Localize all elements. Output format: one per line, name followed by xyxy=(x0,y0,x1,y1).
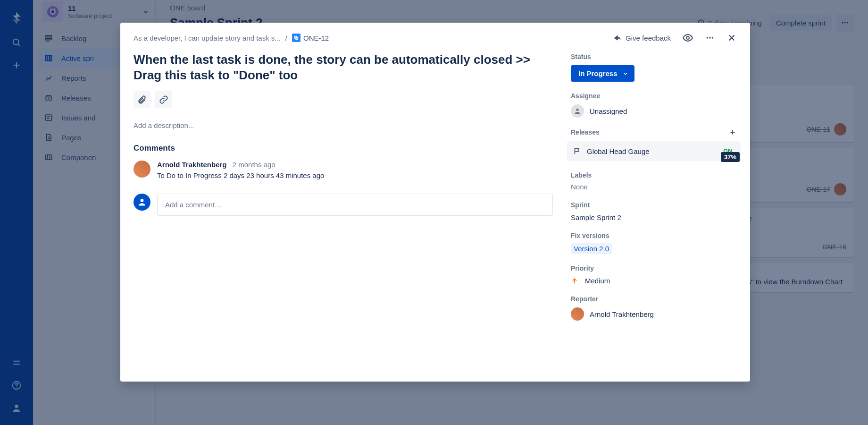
comment-body: To Do to In Progress 2 days 23 hours 43 … xyxy=(157,171,324,179)
labels-value[interactable]: None xyxy=(571,183,737,191)
status-dropdown[interactable]: In Progress xyxy=(571,65,634,82)
reporter-label: Reporter xyxy=(571,295,737,303)
svg-point-26 xyxy=(141,199,144,202)
releases-label: Releases xyxy=(571,128,600,136)
chevron-down-icon xyxy=(622,70,629,77)
flag-icon xyxy=(573,147,581,155)
svg-point-25 xyxy=(712,37,714,39)
attach-button[interactable] xyxy=(134,91,150,108)
give-feedback-button[interactable]: Give feedback xyxy=(612,33,671,42)
priority-medium-icon xyxy=(571,277,578,285)
current-user-avatar xyxy=(134,194,150,211)
labels-label: Labels xyxy=(571,171,737,179)
avatar xyxy=(134,161,150,178)
sprint-label: Sprint xyxy=(571,201,737,209)
svg-point-24 xyxy=(709,37,711,39)
priority-label: Priority xyxy=(571,264,737,272)
release-progress-tooltip: 37% xyxy=(721,152,740,162)
description-field[interactable]: Add a description... xyxy=(134,121,553,129)
issue-main: When the last task is done, the story ca… xyxy=(120,43,566,382)
assignee-field[interactable]: Unassigned xyxy=(571,104,737,118)
breadcrumb-parent[interactable]: As a developer, I can update story and t… xyxy=(134,34,281,42)
comment-author[interactable]: Arnold Trakhtenberg xyxy=(157,161,227,169)
comment-input[interactable]: Add a comment… xyxy=(157,194,553,216)
issue-title[interactable]: When the last task is done, the story ca… xyxy=(134,52,553,83)
watch-icon[interactable] xyxy=(682,32,693,43)
subtask-icon xyxy=(292,34,300,42)
reporter-field[interactable]: Arnold Trakhtenberg xyxy=(571,307,737,321)
comment-time: 2 months ago xyxy=(233,161,275,169)
svg-point-27 xyxy=(576,109,578,111)
comment: Arnold Trakhtenberg 2 months ago To Do t… xyxy=(134,161,553,179)
link-button[interactable] xyxy=(155,91,172,108)
priority-field[interactable]: Medium xyxy=(571,277,737,285)
status-label: Status xyxy=(571,53,737,60)
fix-versions-label: Fix versions xyxy=(571,232,737,239)
comments-heading: Comments xyxy=(134,144,553,153)
svg-point-23 xyxy=(707,37,709,39)
sprint-value[interactable]: Sample Sprint 2 xyxy=(571,213,737,221)
avatar xyxy=(571,307,584,321)
svg-point-22 xyxy=(686,36,689,39)
breadcrumb: As a developer, I can update story and t… xyxy=(134,34,612,42)
fix-version-tag[interactable]: Version 2.0 xyxy=(571,243,612,254)
more-actions-icon[interactable] xyxy=(705,33,715,43)
issue-details-panel: Status In Progress Assignee Unassigned R… xyxy=(566,43,750,382)
breadcrumb-key[interactable]: ONE-12 xyxy=(292,34,329,42)
issue-modal: As a developer, I can update story and t… xyxy=(120,23,750,382)
unassigned-avatar-icon xyxy=(571,104,584,118)
add-release-button[interactable] xyxy=(728,128,737,136)
assignee-label: Assignee xyxy=(571,92,737,100)
release-item[interactable]: Global Head Gauge ON xyxy=(567,141,741,161)
close-icon[interactable] xyxy=(726,33,737,43)
